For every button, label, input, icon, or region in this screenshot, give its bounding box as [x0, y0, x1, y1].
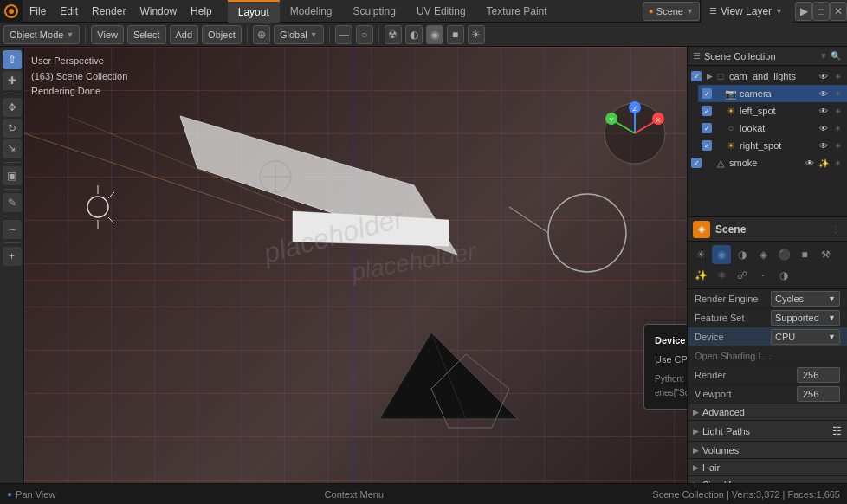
tab-uv-editing[interactable]: UV Editing [406, 0, 476, 23]
data-tab[interactable]: ⋅ [753, 266, 773, 285]
scale-tool[interactable]: ⇲ [3, 139, 22, 158]
scene-selector[interactable]: ● Scene ▼ [643, 2, 700, 21]
cursor-tool[interactable]: ✚ [3, 71, 22, 90]
move-tool[interactable]: ✥ [3, 98, 22, 117]
particles-tab[interactable]: ✨ [691, 266, 710, 285]
light-paths-options-icon[interactable]: ☷ [832, 425, 842, 437]
output-tab[interactable]: ◉ [712, 245, 731, 264]
proportional-icon[interactable]: ○ [356, 25, 373, 44]
visibility-checkbox-smoke[interactable]: ✓ [691, 158, 702, 168]
menu-file[interactable]: File [23, 0, 53, 23]
transform-icon[interactable]: ⊕ [253, 25, 270, 44]
eye-icon-lookat[interactable]: 👁 [818, 122, 830, 134]
tree-item-camera[interactable]: ✓ 📷 camera 👁 ☀ [698, 85, 847, 102]
tab-layout[interactable]: Layout [228, 0, 280, 23]
visibility-checkbox-camera[interactable]: ✓ [702, 88, 712, 99]
add-tool[interactable]: + [3, 247, 22, 266]
status-stats: Scene Collection | Verts:3,372 | Faces:1… [652, 489, 840, 500]
material-tab[interactable]: ◑ [774, 266, 793, 285]
3d-viewport[interactable]: placeholder placeholder User Perspective… [24, 47, 687, 483]
volumes-section-header[interactable]: ▶ Volumes [688, 442, 847, 459]
eye-icon-left-spot[interactable]: 👁 [818, 105, 830, 117]
rotate-tool[interactable]: ↻ [3, 119, 22, 138]
light-paths-section-header[interactable]: ▶ Light Paths ☷ [688, 421, 847, 442]
menu-window[interactable]: Window [133, 0, 184, 23]
rendered-icon[interactable]: ☀ [468, 25, 485, 44]
measure-tool[interactable]: ∼ [3, 220, 22, 239]
visibility-checkbox-lookat[interactable]: ✓ [702, 123, 712, 133]
menu-render[interactable]: Render [85, 0, 133, 23]
constraints-tab[interactable]: ☍ [733, 266, 752, 285]
object-menu[interactable]: Object [202, 25, 242, 44]
tree-item-cam-lights[interactable]: ✓ ▶ □ cam_and_lights 👁 ☀ [688, 68, 847, 85]
menu-help[interactable]: Help [184, 0, 219, 23]
tree-item-left-spot[interactable]: ✓ ☀ left_spot 👁 ☀ [698, 102, 847, 120]
visibility-checkbox-cam-lights[interactable]: ✓ [691, 71, 702, 81]
transform-tool[interactable]: ▣ [3, 166, 22, 185]
viewport-shading[interactable]: ◉ [426, 25, 443, 44]
eye-icon-smoke[interactable]: 👁 [804, 157, 816, 169]
render-engine-row: Render Engine Cycles ▼ [688, 289, 847, 308]
object-tab[interactable]: ■ [795, 245, 814, 264]
snap-icon[interactable]: ⸻ [335, 25, 352, 44]
render-icon-left-spot[interactable]: ☀ [831, 105, 844, 117]
visibility-checkbox-left-spot[interactable]: ✓ [702, 106, 712, 116]
render-icon-camera[interactable]: ☀ [831, 87, 844, 100]
view-layer-selector[interactable]: ☰ View Layer ▼ [700, 0, 792, 23]
mode-selector[interactable]: Object Mode ▼ [3, 25, 80, 44]
view-layer-tab[interactable]: ◑ [733, 245, 752, 264]
world-tab[interactable]: ⚫ [774, 245, 793, 264]
tree-item-right-spot[interactable]: ✓ ☀ right_spot 👁 ☀ [698, 137, 847, 154]
render-icon-smoke[interactable]: ☀ [831, 157, 844, 169]
volumes-arrow: ▶ [693, 446, 699, 455]
shading-icon[interactable]: ◐ [405, 25, 423, 44]
render-icon[interactable]: ▶ [795, 2, 812, 21]
tree-arrow-cam-lights[interactable]: ▶ [704, 72, 714, 81]
eye-icon-right-spot[interactable]: 👁 [818, 139, 830, 152]
hair-section-header[interactable]: ▶ Hair [688, 459, 847, 476]
render-value[interactable]: 256 [797, 367, 840, 383]
render-icon-right-spot[interactable]: ☀ [831, 139, 844, 152]
tab-sculpting[interactable]: Sculpting [343, 0, 406, 23]
particles-icon-smoke[interactable]: ✨ [818, 157, 830, 169]
tab-modeling[interactable]: Modeling [280, 0, 343, 23]
tree-item-smoke[interactable]: ✓ △ smoke 👁 ✨ ☀ [688, 154, 847, 171]
solid-icon[interactable]: ■ [447, 25, 464, 44]
overlay-icon[interactable]: ☢ [385, 25, 402, 44]
menu-edit[interactable]: Edit [53, 0, 85, 23]
outliner-search[interactable]: 🔍 [830, 50, 842, 62]
lt-sep2 [4, 162, 20, 163]
eye-icon-cam-lights[interactable]: 👁 [818, 70, 830, 82]
outliner-filter[interactable]: ▼ [818, 50, 830, 62]
visibility-checkbox-right-spot[interactable]: ✓ [702, 140, 712, 151]
select-menu[interactable]: Select [127, 25, 166, 44]
tab-texture-paint[interactable]: Texture Paint [476, 0, 558, 23]
tree-icons-smoke: 👁 ✨ ☀ [804, 157, 844, 169]
render-icon-cam-lights[interactable]: ☀ [831, 70, 844, 82]
feature-set-dropdown[interactable]: Supported ▼ [771, 310, 840, 326]
eye-icon-camera[interactable]: 👁 [818, 87, 830, 100]
add-menu[interactable]: Add [170, 25, 199, 44]
modifier-tab[interactable]: ⚒ [816, 245, 835, 264]
properties-options[interactable]: ⋮ [830, 223, 842, 236]
viewport-value[interactable]: 256 [797, 386, 840, 402]
physics-tab[interactable]: ⚛ [712, 266, 731, 285]
render-engine-dropdown[interactable]: Cycles ▼ [771, 291, 840, 307]
close-icon[interactable]: ✕ [830, 2, 847, 21]
render-icon-lookat[interactable]: ☀ [831, 122, 844, 134]
tree-item-lookat[interactable]: ✓ ○ lookat 👁 ☀ [698, 120, 847, 137]
screen-icon[interactable]: □ [812, 2, 830, 21]
device-dropdown[interactable]: CPU ▼ [771, 329, 840, 345]
select-tool[interactable]: ⇧ [3, 50, 22, 69]
simplify-section-header[interactable]: ▶ Simplify [688, 476, 847, 483]
tree-label-left-spot: left_spot [740, 106, 818, 116]
view-menu[interactable]: View [91, 25, 124, 44]
render-tab[interactable]: ☀ [691, 245, 710, 264]
transform-selector[interactable]: Global ▼ [274, 25, 324, 44]
annotate-tool[interactable]: ✎ [3, 193, 22, 212]
scene-tab[interactable]: ◈ [753, 245, 773, 264]
viewport-gizmo[interactable]: Z X Y [600, 99, 669, 168]
advanced-section-header[interactable]: ▶ Advanced [688, 404, 847, 421]
main-area: ⇧ ✚ ✥ ↻ ⇲ ▣ ✎ ∼ + [0, 47, 847, 483]
svg-line-11 [108, 217, 114, 223]
